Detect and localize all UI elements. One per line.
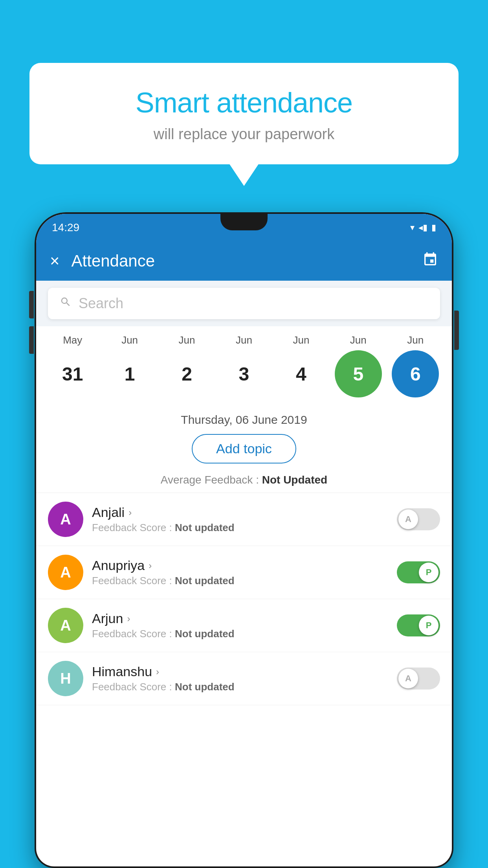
chevron-himanshu: ›	[156, 666, 159, 677]
avg-feedback-prefix: Average Feedback :	[161, 474, 262, 486]
toggle-arjun[interactable]: P	[397, 614, 440, 636]
toggle-switch-anjali[interactable]: A	[397, 508, 440, 530]
cal-month-3: Jun	[220, 334, 268, 346]
cal-date-5-today[interactable]: 5	[335, 350, 382, 397]
student-list: A Anjali › Feedback Score : Not updated …	[36, 493, 452, 705]
toggle-switch-arjun[interactable]: P	[397, 614, 440, 636]
app-bar: × Attendance	[36, 241, 452, 281]
cal-month-4: Jun	[277, 334, 325, 346]
toggle-thumb-anupriya: P	[419, 563, 438, 582]
student-name-himanshu[interactable]: Himanshu ›	[92, 664, 388, 679]
student-info-anjali: Anjali › Feedback Score : Not updated	[92, 505, 388, 534]
signal-icon: ◂▮	[418, 223, 427, 233]
cal-month-5: Jun	[335, 334, 382, 346]
volume-up-button	[29, 291, 34, 318]
student-info-arjun: Arjun › Feedback Score : Not updated	[92, 611, 388, 640]
toggle-thumb-arjun: P	[419, 616, 438, 635]
cal-date-6-selected[interactable]: 6	[392, 350, 439, 397]
student-item-himanshu: H Himanshu › Feedback Score : Not update…	[36, 652, 452, 705]
cal-date-31[interactable]: 31	[49, 350, 96, 397]
cal-date-3[interactable]: 3	[220, 350, 268, 397]
student-name-anjali[interactable]: Anjali ›	[92, 505, 388, 520]
calendar-dates: 31 1 2 3 4 5 6	[40, 346, 448, 405]
cal-date-1[interactable]: 1	[106, 350, 153, 397]
feedback-anupriya: Feedback Score : Not updated	[92, 575, 388, 587]
chevron-arjun: ›	[127, 613, 130, 624]
toggle-thumb-himanshu: A	[398, 669, 418, 688]
toggle-thumb-anjali: A	[398, 509, 418, 529]
toggle-anjali[interactable]: A	[397, 508, 440, 530]
student-item-anjali: A Anjali › Feedback Score : Not updated …	[36, 493, 452, 546]
student-name-arjun[interactable]: Arjun ›	[92, 611, 388, 626]
cal-month-0: May	[49, 334, 96, 346]
student-item-arjun: A Arjun › Feedback Score : Not updated P	[36, 599, 452, 652]
chevron-anupriya: ›	[149, 560, 152, 571]
student-info-anupriya: Anupriya › Feedback Score : Not updated	[92, 558, 388, 587]
add-topic-button[interactable]: Add topic	[192, 434, 296, 463]
close-button[interactable]: ×	[50, 253, 60, 269]
toggle-switch-anupriya[interactable]: P	[397, 561, 440, 583]
feedback-arjun: Feedback Score : Not updated	[92, 628, 388, 640]
status-time: 14:29	[52, 221, 79, 234]
status-icons: ▾ ◂▮ ▮	[410, 223, 436, 233]
cal-month-2: Jun	[163, 334, 211, 346]
search-placeholder: Search	[79, 295, 123, 312]
avatar-himanshu: H	[48, 661, 83, 696]
student-info-himanshu: Himanshu › Feedback Score : Not updated	[92, 664, 388, 693]
calendar-strip: May Jun Jun Jun Jun Jun Jun 31 1 2 3 4 5…	[36, 326, 452, 409]
calendar-icon[interactable]	[422, 252, 438, 271]
cal-date-4[interactable]: 4	[277, 350, 325, 397]
cal-month-6: Jun	[392, 334, 439, 346]
volume-down-button	[29, 326, 34, 354]
calendar-months: May Jun Jun Jun Jun Jun Jun	[40, 334, 448, 346]
bubble-subtitle: will replace your paperwork	[49, 126, 439, 143]
bubble-title: Smart attendance	[49, 86, 439, 119]
date-label: Thursday, 06 June 2019	[36, 409, 452, 428]
toggle-himanshu[interactable]: A	[397, 668, 440, 690]
app-title: Attendance	[72, 252, 411, 270]
battery-icon: ▮	[431, 223, 436, 233]
avg-feedback-value: Not Updated	[262, 474, 327, 486]
wifi-icon: ▾	[410, 223, 415, 233]
cal-date-2[interactable]: 2	[163, 350, 211, 397]
toggle-anupriya[interactable]: P	[397, 561, 440, 583]
phone-frame: 14:29 ▾ ◂▮ ▮ × Attendance	[35, 212, 453, 868]
phone-screen: 14:29 ▾ ◂▮ ▮ × Attendance	[36, 214, 452, 866]
cal-month-1: Jun	[106, 334, 153, 346]
feedback-himanshu: Feedback Score : Not updated	[92, 681, 388, 693]
student-name-anupriya[interactable]: Anupriya ›	[92, 558, 388, 573]
add-topic-container: Add topic	[36, 428, 452, 471]
speech-bubble: Smart attendance will replace your paper…	[29, 63, 459, 164]
search-bar[interactable]: Search	[48, 288, 440, 319]
phone-notch	[220, 214, 268, 230]
avatar-anjali: A	[48, 502, 83, 537]
toggle-switch-himanshu[interactable]: A	[397, 668, 440, 690]
avg-feedback: Average Feedback : Not Updated	[36, 471, 452, 493]
feedback-anjali: Feedback Score : Not updated	[92, 522, 388, 534]
avatar-anupriya: A	[48, 555, 83, 590]
chevron-anjali: ›	[128, 507, 132, 518]
search-container: Search	[36, 281, 452, 326]
student-item-anupriya: A Anupriya › Feedback Score : Not update…	[36, 546, 452, 599]
search-icon	[60, 296, 72, 311]
avatar-arjun: A	[48, 608, 83, 643]
power-button	[454, 311, 459, 350]
speech-bubble-container: Smart attendance will replace your paper…	[29, 63, 459, 164]
